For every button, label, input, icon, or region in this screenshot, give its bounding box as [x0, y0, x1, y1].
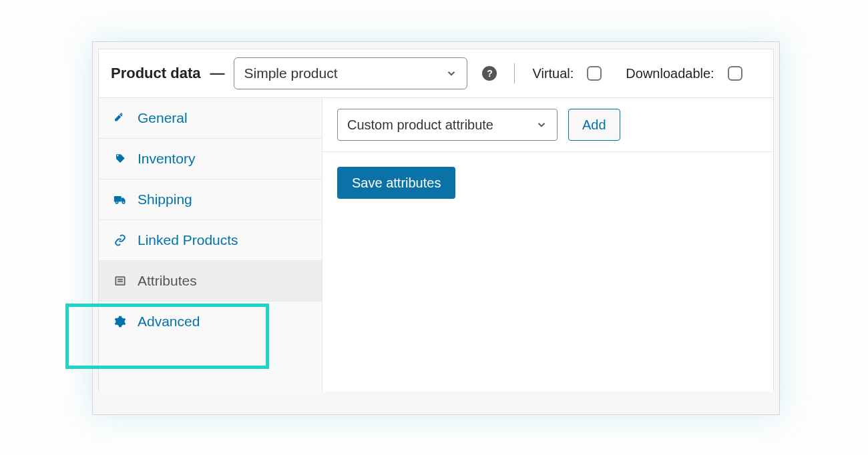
tab-attributes[interactable]: Attributes — [99, 261, 322, 302]
tab-shipping[interactable]: Shipping — [99, 179, 322, 220]
tab-label: Shipping — [138, 191, 192, 207]
vertical-divider — [514, 63, 515, 83]
product-data-panel: Product data — Simple product ? Virtual:… — [98, 49, 774, 392]
add-attribute-button[interactable]: Add — [568, 109, 620, 141]
product-data-metabox: Product data — Simple product ? Virtual:… — [92, 41, 780, 415]
attribute-actions: Save attributes — [322, 152, 773, 213]
tab-label: Inventory — [138, 151, 195, 167]
downloadable-label: Downloadable: — [626, 66, 714, 81]
product-type-select[interactable]: Simple product — [234, 57, 467, 89]
tab-label: Attributes — [138, 273, 197, 289]
tab-inventory[interactable]: Inventory — [99, 139, 322, 179]
virtual-checkbox[interactable] — [587, 66, 602, 81]
title-separator: — — [210, 65, 224, 82]
svg-point-1 — [116, 201, 118, 203]
downloadable-checkbox[interactable] — [728, 66, 742, 81]
gear-icon — [114, 315, 127, 328]
link-icon — [114, 234, 127, 247]
tab-label: General — [138, 110, 188, 126]
tab-label: Linked Products — [138, 232, 238, 248]
panel-title: Product data — [111, 65, 200, 82]
product-type-value: Simple product — [244, 65, 337, 81]
product-data-tabs: General Inventory Shipping — [99, 98, 322, 392]
chevron-down-icon — [445, 67, 457, 79]
attribute-toolbar: Custom product attribute Add — [322, 98, 773, 152]
wrench-icon — [114, 111, 127, 125]
tag-icon — [114, 152, 127, 165]
chevron-down-icon — [535, 119, 548, 131]
panel-header: Product data — Simple product ? Virtual:… — [99, 49, 773, 97]
tab-label: Advanced — [138, 314, 200, 330]
tab-general[interactable]: General — [99, 98, 322, 139]
attribute-type-value: Custom product attribute — [347, 117, 493, 133]
panel-body: General Inventory Shipping — [99, 97, 773, 392]
help-icon[interactable]: ? — [482, 66, 497, 81]
virtual-label: Virtual: — [532, 66, 574, 81]
tab-advanced[interactable]: Advanced — [99, 302, 322, 342]
attributes-panel: Custom product attribute Add Save attrib… — [322, 98, 773, 392]
attribute-type-select[interactable]: Custom product attribute — [337, 109, 558, 141]
list-icon — [114, 274, 127, 288]
truck-icon — [114, 193, 127, 206]
tab-linked-products[interactable]: Linked Products — [99, 220, 322, 261]
save-attributes-button[interactable]: Save attributes — [337, 167, 455, 199]
svg-point-2 — [122, 201, 124, 203]
